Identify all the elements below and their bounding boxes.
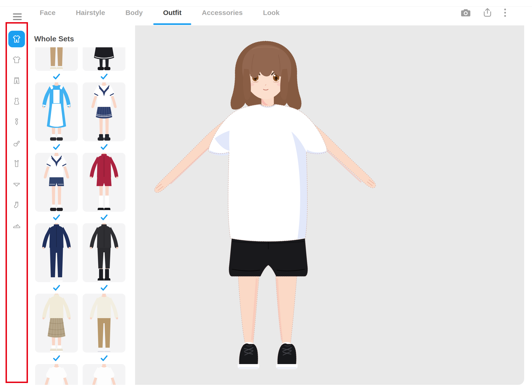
check-icon: [53, 74, 60, 80]
sidebar-item-shoes[interactable]: [8, 218, 25, 234]
right-shoe: [278, 344, 296, 365]
one-set-icon: [12, 34, 21, 44]
camera-icon: [461, 8, 471, 17]
tab-accessories[interactable]: Accessories: [202, 0, 243, 25]
outfit-cell: [83, 153, 125, 212]
outfit-card-black-long-dress-set[interactable]: [83, 47, 125, 71]
outfit-card-sweater-plaid-skirt-set[interactable]: [35, 294, 78, 353]
sidebar-item-tops[interactable]: [8, 51, 25, 68]
outfit-panel: Whole Sets: [27, 25, 135, 385]
sidebar-item-one-piece[interactable]: [8, 93, 25, 110]
outfit-card-black-jacket-capri-set[interactable]: [83, 223, 125, 282]
viewport-3d[interactable]: [135, 25, 524, 385]
outfit-card-red-tracksuit-shorts-set[interactable]: [83, 153, 125, 212]
outfit-cell: [83, 82, 125, 141]
main-tabs: FaceHairstyleBodyOutfitAccessoriesLook: [40, 0, 280, 25]
category-sidebar: [0, 25, 27, 385]
outfit-card-sweater-beige-pants-set[interactable]: [35, 47, 78, 71]
outfit-cell: [35, 294, 78, 353]
tab-outfit[interactable]: Outfit: [163, 0, 182, 25]
socks-icon: [12, 201, 21, 210]
outfit-card-sailor-gym-set[interactable]: [35, 153, 78, 212]
sidebar-item-necktie[interactable]: [8, 114, 25, 131]
one-piece-icon: [12, 97, 21, 106]
sidebar-item-one-set[interactable]: [8, 31, 25, 47]
outfit-card-sweater-tan-pants-set[interactable]: [83, 294, 125, 353]
sidebar-item-gloves[interactable]: [8, 135, 25, 151]
outfit-card-navy-tracksuit-set[interactable]: [35, 223, 78, 282]
check-icon: [101, 74, 107, 80]
outfit-list-scroll[interactable]: [27, 47, 135, 385]
check-icon: [53, 144, 60, 150]
outfit-card-white-tee-set-a[interactable]: [35, 364, 78, 385]
outfit-card-blue-maid-dress-set[interactable]: [35, 82, 78, 141]
outfit-cell: [35, 223, 78, 282]
check-icon: [101, 285, 107, 291]
outfit-cell: [35, 364, 78, 385]
outfit-cell: [83, 47, 125, 71]
t-shirt: [209, 104, 327, 242]
tab-body[interactable]: Body: [125, 0, 143, 25]
necktie-icon: [12, 117, 21, 127]
bottoms-icon: [12, 76, 21, 85]
check-icon: [53, 285, 60, 291]
sidebar-item-underwear[interactable]: [8, 176, 25, 193]
left-shoe: [239, 344, 258, 365]
tab-look[interactable]: Look: [263, 0, 280, 25]
top-toolbar: FaceHairstyleBodyOutfitAccessoriesLook: [0, 0, 532, 25]
toolbar-actions: [461, 0, 506, 25]
hamburger-menu-icon: [13, 13, 22, 14]
panel-title: Whole Sets: [34, 35, 74, 43]
check-icon: [101, 355, 107, 362]
camera-button[interactable]: [461, 8, 471, 17]
tab-face[interactable]: Face: [40, 0, 56, 25]
outfit-cell: [35, 47, 78, 71]
check-icon: [101, 215, 107, 221]
check-icon: [53, 215, 60, 221]
outfit-cell: [35, 82, 78, 141]
export-button[interactable]: [483, 8, 492, 18]
shoes-icon: [12, 221, 21, 231]
more-options-button[interactable]: [504, 8, 506, 17]
outfit-card-white-tee-set-b[interactable]: [83, 364, 125, 385]
share-export-icon: [483, 8, 492, 18]
sidebar-item-bottoms[interactable]: [8, 72, 25, 89]
underwear-icon: [12, 180, 21, 189]
inner-icon: [12, 159, 21, 168]
check-icon: [53, 355, 60, 362]
kebab-menu-icon: [504, 8, 506, 17]
check-icon: [101, 144, 107, 150]
outfit-cell: [35, 153, 78, 212]
outfit-card-sailor-uniform-set[interactable]: [83, 82, 125, 141]
sidebar-item-socks[interactable]: [8, 197, 25, 214]
sidebar-item-inner[interactable]: [8, 155, 25, 172]
tab-hairstyle[interactable]: Hairstyle: [76, 0, 105, 25]
outfit-cell: [83, 364, 125, 385]
gloves-icon: [12, 138, 21, 148]
character-avatar: [148, 32, 388, 385]
outfit-cell: [83, 223, 125, 282]
tops-icon: [12, 55, 21, 64]
hamburger-menu-button[interactable]: [13, 13, 22, 20]
outfit-cell: [83, 294, 125, 353]
